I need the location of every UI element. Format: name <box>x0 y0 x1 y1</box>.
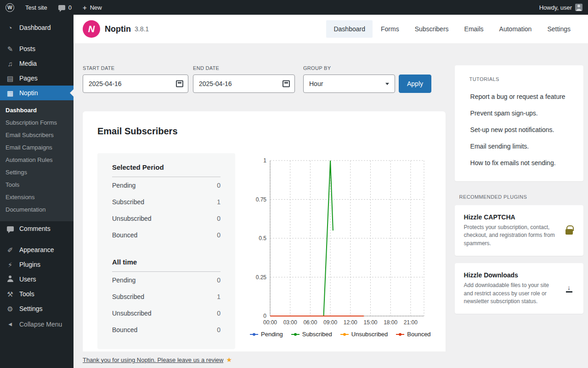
sidebar-item-label: Comments <box>19 225 51 232</box>
plugin-description: Protects your subscription, contact, che… <box>464 224 558 247</box>
site-name-link[interactable]: Test site <box>20 0 53 15</box>
review-link[interactable]: Thank you for using Noptin. Please leave… <box>83 356 223 363</box>
stat-row-bounced-alltime: Bounced 0 <box>112 322 220 338</box>
submenu-item-settings[interactable]: Settings <box>0 166 74 178</box>
submenu-item-extensions[interactable]: Extensions <box>0 191 74 203</box>
users-icon <box>6 276 15 283</box>
sidebar-item-label: Media <box>19 60 37 67</box>
selected-period-heading: Selected Period <box>112 155 220 177</box>
noptin-icon: ▦ <box>6 90 15 97</box>
sidebar-item-label: Appearance <box>19 246 54 253</box>
svg-text:21:00: 21:00 <box>404 319 418 326</box>
sidebar-item-comments[interactable]: Comments <box>0 221 74 236</box>
sidebar-item-plugins[interactable]: ⚡ Plugins <box>0 257 74 272</box>
media-icon: ♫ <box>6 60 15 67</box>
sidebar-item-dashboard[interactable]: ◔ Dashboard <box>0 20 74 35</box>
sidebar-item-tools[interactable]: ⚒ Tools <box>0 287 74 301</box>
sidebar-item-label: Plugins <box>19 261 40 268</box>
comments-count: 0 <box>68 4 72 11</box>
tutorial-link-fix-emails[interactable]: How to fix emails not sending. <box>469 155 569 171</box>
sidebar-item-label: Dashboard <box>19 24 51 31</box>
legend-item-unsubscribed: Unsubscribed <box>340 331 388 338</box>
stat-row-unsubscribed-alltime: Unsubscribed 0 <box>112 305 220 322</box>
tutorial-link-sending-limits[interactable]: Email sending limits. <box>469 138 569 155</box>
tab-settings[interactable]: Settings <box>540 20 578 38</box>
tutorial-link-post-notifications[interactable]: Set-up new post notifications. <box>469 121 569 138</box>
pages-icon: ▤ <box>6 75 15 82</box>
tab-automation[interactable]: Automation <box>492 20 539 38</box>
stat-value: 0 <box>217 231 220 239</box>
comments-shortcut[interactable]: 0 <box>53 0 77 15</box>
admin-footer: Thank you for using Noptin. Please leave… <box>74 351 588 368</box>
tab-subscribers[interactable]: Subscribers <box>407 20 456 38</box>
group-by-select[interactable]: Hour <box>303 75 395 93</box>
tools-icon: ⚒ <box>6 291 15 298</box>
sidebar-item-users[interactable]: Users <box>0 272 74 287</box>
svg-text:0.25: 0.25 <box>256 274 267 281</box>
content: START DATE END DATE GROUP BY <box>74 43 588 368</box>
collapse-menu-button[interactable]: ◀ Collapse Menu <box>0 317 74 332</box>
svg-text:15:00: 15:00 <box>363 319 377 326</box>
stat-value: 0 <box>217 310 220 317</box>
site-name-label: Test site <box>25 4 47 11</box>
apply-button[interactable]: Apply <box>399 75 431 93</box>
noptin-logo: N <box>83 20 100 38</box>
plugins-icon: ⚡ <box>6 261 15 268</box>
legend-marker-icon <box>291 334 300 335</box>
brand-name: Noptin <box>105 24 131 34</box>
svg-text:09:00: 09:00 <box>323 319 337 326</box>
legend-label: Bounced <box>407 331 430 338</box>
stat-value: 0 <box>217 326 220 334</box>
lock-icon <box>565 229 573 235</box>
calendar-icon[interactable] <box>283 80 290 87</box>
new-content-menu[interactable]: + New <box>77 0 107 15</box>
sidebar-item-posts[interactable]: ✎ Posts <box>0 41 74 56</box>
tab-forms[interactable]: Forms <box>373 20 407 38</box>
svg-text:0.5: 0.5 <box>259 235 266 242</box>
start-date-label: START DATE <box>83 65 188 71</box>
sidebar-item-settings[interactable]: ⚙ Settings <box>0 301 74 316</box>
sidebar-item-noptin[interactable]: ▦ Noptin <box>0 86 74 100</box>
tab-dashboard[interactable]: Dashboard <box>326 20 373 38</box>
email-subscribers-card: Email Subscribers Selected Period Pendin… <box>83 111 446 368</box>
calendar-icon[interactable] <box>176 80 183 87</box>
submenu-item-documentation[interactable]: Documentation <box>0 203 74 216</box>
svg-text:06:00: 06:00 <box>303 319 317 326</box>
legend-marker-icon <box>396 334 404 335</box>
menu-separator <box>0 236 74 242</box>
tutorial-link-prevent-spam[interactable]: Prevent spam sign-ups. <box>469 105 569 121</box>
plugin-card-hizzle-downloads[interactable]: Hizzle Downloads Add downloadable files … <box>455 263 583 314</box>
sidebar-item-media[interactable]: ♫ Media <box>0 56 74 71</box>
plus-icon: + <box>83 4 87 11</box>
submenu-item-automation-rules[interactable]: Automation Rules <box>0 154 74 166</box>
stat-label: Subscribed <box>112 293 144 300</box>
tutorial-link-report-bug[interactable]: Report a bug or request a feature <box>469 88 569 105</box>
sidebar-item-appearance[interactable]: ✐ Appearance <box>0 242 74 257</box>
submenu-item-email-subscribers[interactable]: Email Subscribers <box>0 129 74 141</box>
end-date-input[interactable] <box>193 75 295 93</box>
plugin-title: Hizzle CAPTCHA <box>464 213 558 221</box>
submenu-item-subscription-forms[interactable]: Subscription Forms <box>0 116 74 129</box>
legend-marker-icon <box>340 334 349 335</box>
version-label: 3.8.1 <box>135 25 149 33</box>
stat-row-pending: Pending 0 <box>112 177 220 194</box>
plugin-card-hizzle-captcha[interactable]: Hizzle CAPTCHA Protects your subscriptio… <box>455 205 583 256</box>
sidebar-item-pages[interactable]: ▤ Pages <box>0 71 74 86</box>
submenu-item-tools[interactable]: Tools <box>0 178 74 191</box>
stat-row-subscribed: Subscribed 1 <box>112 194 220 210</box>
recommended-plugins-heading: RECOMMENDED PLUGINS <box>455 194 583 200</box>
legend-label: Subscribed <box>302 331 332 338</box>
howdy-account-menu[interactable]: Howdy, user <box>534 0 588 15</box>
settings-icon: ⚙ <box>6 305 15 312</box>
end-date-label: END DATE <box>193 65 295 71</box>
tab-emails[interactable]: Emails <box>457 20 491 38</box>
submenu-item-email-campaigns[interactable]: Email Campaigns <box>0 141 74 154</box>
wordpress-menu[interactable]: W <box>0 0 20 15</box>
stat-label: Unsubscribed <box>112 310 152 317</box>
menu-separator <box>0 35 74 41</box>
legend-item-subscribed: Subscribed <box>291 331 332 338</box>
stat-row-pending-alltime: Pending 0 <box>112 272 220 288</box>
submenu-item-dashboard[interactable]: Dashboard <box>0 104 74 116</box>
start-date-input[interactable] <box>83 75 188 93</box>
stat-row-bounced: Bounced 0 <box>112 227 220 243</box>
